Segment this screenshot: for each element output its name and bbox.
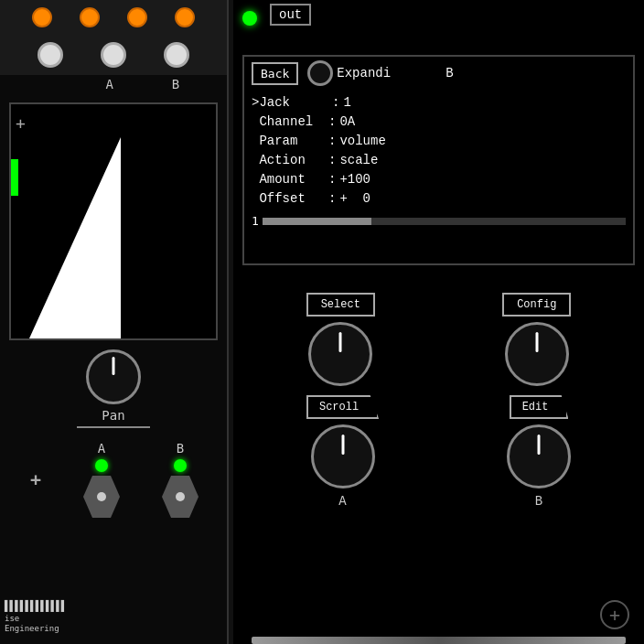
select-group: Select bbox=[306, 293, 375, 386]
bottom-plus-icon: + bbox=[30, 468, 41, 490]
back-encoder-knob[interactable] bbox=[307, 60, 333, 86]
bottom-left-section: + A B bbox=[0, 432, 229, 534]
fader-plus-icon: + bbox=[16, 113, 26, 133]
display-content: >Jack : 1 Channel : 0A Param : volume Ac… bbox=[244, 90, 633, 212]
top-knobs-row bbox=[0, 0, 227, 35]
bottom-label-b: B bbox=[177, 441, 184, 456]
white-knob-1[interactable] bbox=[38, 42, 63, 68]
controls-row-1: Select Config bbox=[242, 284, 635, 386]
logo-line1: ise bbox=[5, 614, 66, 625]
orange-knob-4[interactable] bbox=[175, 7, 195, 27]
display-row-4: Amount : +100 bbox=[252, 170, 626, 189]
fader-triangle bbox=[29, 137, 121, 338]
row5-val: + 0 bbox=[339, 189, 370, 209]
led-b bbox=[174, 459, 187, 472]
edit-knob-label: B bbox=[535, 494, 542, 509]
fader-area[interactable]: + bbox=[9, 102, 218, 340]
pan-line bbox=[77, 426, 150, 428]
controls-area: Select Config Scroll A Edit bbox=[242, 284, 635, 644]
left-panel: A B + Pan + A B ▌▌▌▌▌▌▌▌▌▌▌▌ bbox=[0, 0, 229, 644]
out-label: out bbox=[270, 4, 311, 26]
pan-knob[interactable] bbox=[86, 349, 141, 404]
led-a bbox=[95, 459, 108, 472]
display-title: Expandi B bbox=[337, 66, 453, 80]
row0-val: 1 bbox=[343, 93, 350, 113]
display-row-5: Offset : + 0 bbox=[252, 189, 626, 209]
edit-button[interactable]: Edit bbox=[510, 395, 569, 419]
config-knob[interactable] bbox=[505, 322, 569, 386]
pan-label: Pan bbox=[102, 408, 124, 423]
row4-val: +100 bbox=[339, 170, 370, 189]
progress-bar-container: 1 bbox=[244, 212, 633, 230]
edit-group: Edit B bbox=[507, 395, 571, 509]
progress-fill bbox=[263, 218, 371, 225]
pan-section: Pan bbox=[0, 349, 227, 428]
row3-val: scale bbox=[339, 151, 378, 170]
knob-label-a: A bbox=[106, 77, 113, 91]
display-title-left: Expandi bbox=[337, 66, 391, 80]
progress-number: 1 bbox=[252, 214, 259, 228]
logo-waves: ▌▌▌▌▌▌▌▌▌▌▌▌ bbox=[5, 600, 66, 613]
row1-val: 0A bbox=[339, 113, 355, 132]
select-button[interactable]: Select bbox=[306, 293, 375, 317]
display-row-2: Param : volume bbox=[252, 132, 626, 151]
display-row-3: Action : scale bbox=[252, 151, 626, 170]
knob-labels: A B bbox=[0, 75, 227, 93]
config-group: Config bbox=[502, 293, 571, 386]
logo-line2: Engineering bbox=[5, 624, 66, 635]
orange-knob-3[interactable] bbox=[127, 7, 147, 27]
fader-bar bbox=[11, 159, 18, 196]
display-row-0: >Jack : 1 bbox=[252, 93, 626, 113]
row5-key: Offset bbox=[252, 189, 325, 209]
back-button[interactable]: Back bbox=[252, 62, 298, 85]
logo: ▌▌▌▌▌▌▌▌▌▌▌▌ ise Engineering bbox=[5, 600, 66, 635]
plus-circle-button[interactable]: + bbox=[600, 600, 629, 629]
row0-arrow: >Jack bbox=[252, 93, 290, 113]
orange-knob-2[interactable] bbox=[80, 7, 100, 27]
white-knob-3[interactable] bbox=[164, 42, 189, 68]
display-area: Back Expandi B >Jack : 1 Channel : 0A Pa… bbox=[242, 55, 635, 265]
scroll-button[interactable]: Scroll bbox=[306, 395, 379, 419]
scroll-knob-label: A bbox=[338, 494, 346, 509]
display-header: Back Expandi B bbox=[244, 57, 633, 90]
row4-key: Amount bbox=[252, 170, 325, 189]
row2-val: volume bbox=[339, 132, 385, 151]
row3-key: Action bbox=[252, 151, 325, 170]
green-led-top bbox=[242, 11, 257, 26]
row2-key: Param bbox=[252, 132, 325, 151]
edit-knob[interactable] bbox=[507, 424, 571, 488]
white-knob-2[interactable] bbox=[101, 42, 126, 68]
display-row-1: Channel : 0A bbox=[252, 113, 626, 132]
display-title-right: B bbox=[445, 66, 453, 80]
hex-knob-b[interactable] bbox=[162, 476, 199, 518]
bottom-label-a: A bbox=[98, 441, 105, 456]
select-knob[interactable] bbox=[308, 322, 372, 386]
bottom-bar bbox=[252, 637, 626, 644]
row1-key: Channel bbox=[252, 113, 325, 132]
hex-knob-a[interactable] bbox=[83, 476, 120, 518]
progress-bar[interactable] bbox=[263, 218, 626, 225]
right-panel: out Back Expandi B >Jack : 1 Channel : 0… bbox=[233, 0, 644, 644]
orange-knob-1[interactable] bbox=[32, 7, 52, 27]
config-button[interactable]: Config bbox=[502, 293, 571, 317]
bottom-knobs-row: + A B bbox=[9, 441, 220, 518]
scroll-knob[interactable] bbox=[311, 424, 375, 488]
knob-label-b: B bbox=[172, 77, 179, 91]
controls-row-2: Scroll A Edit B bbox=[242, 395, 635, 509]
scroll-group: Scroll A bbox=[306, 395, 379, 509]
